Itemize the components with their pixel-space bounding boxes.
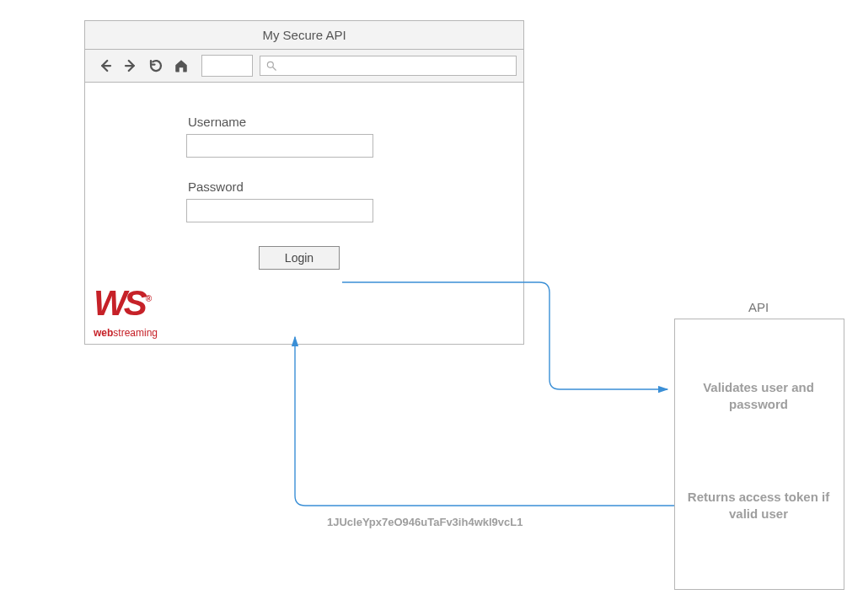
login-button[interactable]: Login xyxy=(259,246,340,270)
forward-icon[interactable] xyxy=(122,57,139,74)
back-icon[interactable] xyxy=(97,57,114,74)
logo-mark: WS® xyxy=(94,289,174,327)
svg-line-3 xyxy=(273,67,276,71)
arrow-api-to-browser xyxy=(295,337,674,506)
api-title: API xyxy=(683,300,834,314)
svg-point-2 xyxy=(267,62,273,67)
browser-content: Username Password Login WS® webstreaming xyxy=(85,83,523,344)
url-input[interactable] xyxy=(201,55,253,77)
username-input[interactable] xyxy=(186,134,373,158)
logo-text: webstreaming xyxy=(94,327,174,339)
window-title: My Secure API xyxy=(85,21,523,50)
browser-window: My Secure API xyxy=(84,20,524,345)
search-icon xyxy=(265,60,277,72)
api-return-text: Returns access token if valid user xyxy=(674,489,843,522)
access-token: 1JUcleYpx7eO946uTaFv3ih4wkl9vcL1 xyxy=(327,516,523,528)
home-icon[interactable] xyxy=(173,57,190,74)
password-input[interactable] xyxy=(186,199,373,222)
browser-toolbar xyxy=(85,50,523,83)
search-input[interactable] xyxy=(260,56,517,76)
api-validate-text: Validates user and password xyxy=(674,379,843,412)
api-box xyxy=(674,319,844,590)
password-label: Password xyxy=(188,179,523,194)
username-label: Username xyxy=(188,115,523,129)
reload-icon[interactable] xyxy=(147,57,164,74)
logo: WS® webstreaming xyxy=(94,289,174,339)
